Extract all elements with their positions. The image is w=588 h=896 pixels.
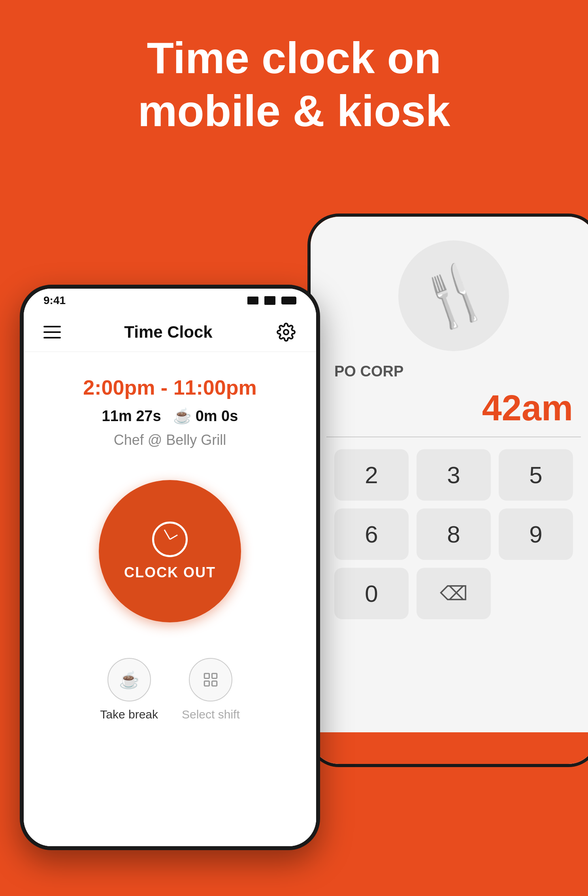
- status-time: 9:41: [43, 294, 66, 307]
- kiosk-key-9[interactable]: 9: [499, 508, 573, 560]
- kiosk-key-0[interactable]: 0: [334, 568, 409, 619]
- signal-icon: [247, 297, 258, 304]
- clock-out-label: CLOCK OUT: [124, 564, 216, 581]
- coffee-cup-icon: ☕: [173, 407, 192, 425]
- take-break-icon-circle: ☕: [107, 658, 151, 701]
- phone-content: 2:00pm - 11:00pm 11m 27s ☕ 0m 0s Chef @ …: [24, 352, 316, 846]
- status-icons: [247, 296, 296, 305]
- kiosk-logo: 🍴: [398, 240, 509, 351]
- shift-duration: 11m 27s: [102, 408, 161, 425]
- bottom-actions: ☕ Take break Select shift: [100, 658, 239, 721]
- break-duration-row: ☕ 0m 0s: [173, 407, 238, 425]
- svg-rect-1: [205, 673, 209, 678]
- nav-bar: Time Clock: [24, 312, 316, 352]
- select-shift-button[interactable]: Select shift: [182, 658, 240, 721]
- kiosk-key-5[interactable]: 5: [499, 449, 573, 501]
- kiosk-key-6[interactable]: 6: [334, 508, 409, 560]
- svg-rect-3: [205, 681, 209, 686]
- menu-button[interactable]: [43, 326, 61, 338]
- svg-rect-2: [212, 673, 217, 678]
- take-break-button[interactable]: ☕ Take break: [100, 658, 158, 721]
- kiosk-bottom-strip: [311, 732, 588, 764]
- take-break-coffee-icon: ☕: [119, 670, 139, 690]
- svg-rect-4: [212, 681, 217, 686]
- clock-icon: [152, 522, 188, 557]
- select-shift-label: Select shift: [182, 708, 240, 721]
- kiosk-numpad: 2 3 5 6 8 9 0 ⌫: [326, 449, 581, 619]
- select-shift-grid-icon: [202, 671, 219, 688]
- status-bar: 9:41: [24, 289, 316, 312]
- hero-title: Time clock on mobile & kiosk: [0, 32, 588, 138]
- hamburger-line-2: [43, 331, 61, 333]
- mobile-phone: 9:41 Time Clock: [20, 285, 320, 850]
- hamburger-line-3: [43, 337, 61, 338]
- kiosk-key-backspace[interactable]: ⌫: [416, 568, 491, 619]
- kiosk-key-2[interactable]: 2: [334, 449, 409, 501]
- page-title: Time Clock: [124, 323, 212, 342]
- fork-icon: 🍴: [410, 253, 498, 338]
- kiosk-key-8[interactable]: 8: [416, 508, 491, 560]
- location-label: Chef @ Belly Grill: [114, 432, 226, 448]
- kiosk-company-name: PO CORP: [334, 363, 403, 380]
- select-shift-icon-circle: [189, 658, 232, 701]
- kiosk-key-3[interactable]: 3: [416, 449, 491, 501]
- kiosk-divider: [326, 437, 581, 437]
- clock-hand-minute: [170, 535, 178, 540]
- shift-time-range: 2:00pm - 11:00pm: [83, 376, 256, 399]
- kiosk-time-display: 42am: [482, 388, 573, 429]
- hamburger-line-1: [43, 326, 61, 327]
- duration-row: 11m 27s ☕ 0m 0s: [102, 407, 238, 425]
- clock-out-button[interactable]: CLOCK OUT: [99, 480, 241, 622]
- phone-screen: 9:41 Time Clock: [24, 289, 316, 846]
- clock-hand-hour: [164, 529, 171, 540]
- svg-point-0: [284, 330, 288, 335]
- battery-icon: [281, 297, 296, 304]
- kiosk-phone: 🍴 PO CORP 42am 2 3 5 6 8 9 0 ⌫: [307, 214, 588, 767]
- break-duration: 0m 0s: [196, 408, 238, 425]
- settings-button[interactable]: [276, 322, 296, 342]
- wifi-icon: [264, 296, 275, 305]
- take-break-label: Take break: [100, 708, 158, 721]
